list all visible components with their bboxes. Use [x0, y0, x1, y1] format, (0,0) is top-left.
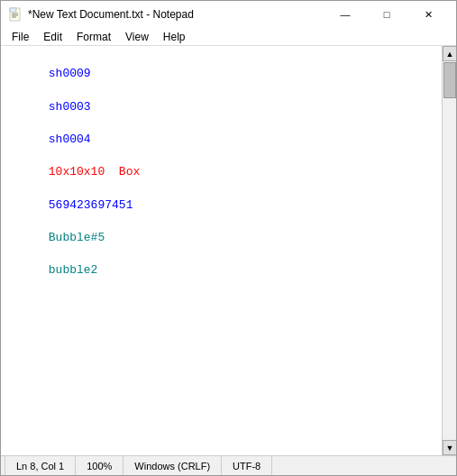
window-title: *New Text Document.txt - Notepad — [28, 8, 324, 21]
menu-bar: File Edit Format View Help — [1, 28, 456, 46]
scroll-up-button[interactable]: ▲ — [443, 46, 456, 61]
maximize-button[interactable]: □ — [366, 1, 407, 28]
window-controls: — □ ✕ — [324, 1, 449, 28]
scroll-down-button[interactable]: ▼ — [443, 440, 456, 455]
menu-format[interactable]: Format — [69, 29, 118, 45]
scroll-track[interactable] — [443, 61, 456, 440]
status-bar: Ln 8, Col 1 100% Windows (CRLF) UTF-8 — [1, 455, 456, 475]
zoom-level: 100% — [76, 456, 123, 475]
title-bar: *New Text Document.txt - Notepad — □ ✕ — [1, 1, 456, 28]
app-icon — [8, 7, 23, 22]
vertical-scrollbar[interactable]: ▲ ▼ — [442, 46, 456, 455]
scroll-thumb[interactable] — [443, 62, 456, 98]
editor-area: sh0009 sh0003 sh0004 10x10x10 Box 5694​2… — [1, 46, 456, 455]
close-button[interactable]: ✕ — [407, 1, 449, 28]
line-ending: Windows (CRLF) — [123, 456, 222, 475]
text-editor[interactable]: sh0009 sh0003 sh0004 10x10x10 Box 5694​2… — [1, 46, 442, 455]
cursor-position: Ln 8, Col 1 — [5, 456, 76, 475]
menu-help[interactable]: Help — [156, 29, 193, 45]
menu-file[interactable]: File — [5, 29, 36, 45]
menu-edit[interactable]: Edit — [36, 29, 69, 45]
menu-view[interactable]: View — [118, 29, 156, 45]
svg-rect-1 — [10, 8, 16, 12]
encoding: UTF-8 — [222, 456, 272, 475]
notepad-window: *New Text Document.txt - Notepad — □ ✕ F… — [0, 0, 457, 476]
minimize-button[interactable]: — — [324, 1, 366, 28]
